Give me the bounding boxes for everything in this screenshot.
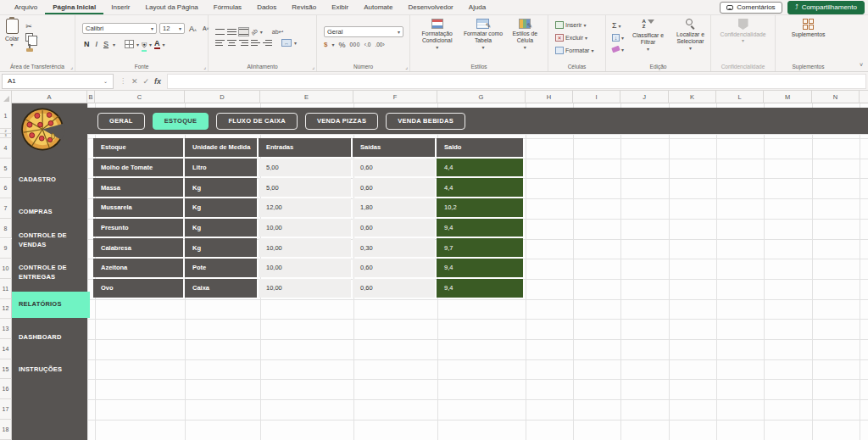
align-right-button[interactable] xyxy=(239,39,248,47)
table-cell[interactable]: Litro xyxy=(185,159,257,177)
sort-filter-button[interactable]: AZ Classificar e Filtrar▾ xyxy=(629,16,667,58)
row-header-12[interactable]: 12 xyxy=(0,299,12,320)
comma-style-icon[interactable]: 000 xyxy=(349,42,359,47)
row-header-6[interactable]: 6 xyxy=(0,178,12,198)
formula-input[interactable] xyxy=(167,74,866,89)
table-cell[interactable]: 10,00 xyxy=(259,219,351,237)
cancel-formula-icon[interactable]: ✕ xyxy=(131,77,138,86)
table-cell[interactable]: 0,60 xyxy=(353,219,435,237)
insert-cells-button[interactable]: Inserir▾ xyxy=(554,20,595,30)
align-left-button[interactable] xyxy=(215,39,225,47)
nav-button-fluxo-de-caixa[interactable]: FLUXO DE CAIXA xyxy=(216,113,298,130)
merge-center-icon[interactable]: ↔ xyxy=(281,39,292,47)
delete-cells-button[interactable]: ✕Excluir▾ xyxy=(554,33,595,42)
align-center-button[interactable] xyxy=(227,39,236,47)
tab-desenvolvedor[interactable]: Desenvolvedor xyxy=(400,0,460,14)
row-header-11[interactable]: 11 xyxy=(0,279,12,299)
row-header-15[interactable]: 15 xyxy=(0,359,12,380)
table-cell[interactable]: 9,7 xyxy=(437,238,523,257)
row-header-18[interactable]: 18 xyxy=(0,420,12,440)
font-name-combo[interactable]: Calibri▾ xyxy=(82,23,157,34)
cell-styles-button[interactable]: Estilos de Célula▾ xyxy=(506,16,544,58)
table-cell[interactable]: Pote xyxy=(185,259,257,277)
column-header-C[interactable]: C xyxy=(95,91,185,103)
column-header-K[interactable]: K xyxy=(669,91,716,103)
bold-button[interactable]: N xyxy=(82,40,92,48)
dialog-launcher-icon[interactable]: ⌟ xyxy=(70,64,73,70)
tab-formulas[interactable]: Fórmulas xyxy=(206,0,249,14)
find-select-button[interactable]: Localizar e Selecionar▾ xyxy=(670,16,710,58)
column-header-J[interactable]: J xyxy=(620,91,669,103)
cut-button[interactable]: ✂ xyxy=(24,22,39,31)
table-cell[interactable]: 10,2 xyxy=(437,198,523,217)
nav-button-estoque[interactable]: ESTOQUE xyxy=(153,113,209,130)
sidebar-item-relatorios[interactable]: RELATÓRIOS xyxy=(12,292,90,318)
row-header-4[interactable]: 4 xyxy=(0,138,12,159)
autosum-button[interactable]: Σ▾ xyxy=(610,21,626,31)
table-cell[interactable]: 4,4 xyxy=(437,159,523,177)
table-cell[interactable]: Calabresa xyxy=(93,238,183,257)
table-cell[interactable]: 0,60 xyxy=(353,259,435,277)
table-header-unidade[interactable]: Unidade de Medida xyxy=(185,138,257,157)
format-cells-button[interactable]: Formatar▾ xyxy=(554,46,595,55)
align-top-button[interactable] xyxy=(215,28,225,36)
table-cell[interactable]: Kg xyxy=(185,178,257,197)
italic-button[interactable]: I xyxy=(94,40,100,48)
table-header-saidas[interactable]: Saídas xyxy=(353,138,435,157)
table-cell[interactable]: 10,00 xyxy=(259,259,351,277)
sidebar-item-dashboard[interactable]: DASHBOARD xyxy=(12,333,87,343)
row-header-1[interactable]: 1 xyxy=(0,103,12,129)
table-cell[interactable]: Kg xyxy=(185,238,257,257)
align-bottom-button[interactable] xyxy=(239,28,248,36)
borders-icon[interactable] xyxy=(125,40,134,48)
column-header-I[interactable]: I xyxy=(573,91,620,103)
enter-formula-icon[interactable]: ✓ xyxy=(143,77,150,86)
collapse-ribbon-icon[interactable]: ˅ xyxy=(860,62,863,68)
sidebar-item-controle-de-vendas[interactable]: CONTROLE DE VENDAS xyxy=(12,231,87,249)
increase-font-button[interactable]: A˄ xyxy=(187,25,198,33)
row-header-10[interactable]: 10 xyxy=(0,259,12,279)
sidebar-item-cadastro[interactable]: CADASTRO xyxy=(12,175,87,185)
column-header-D[interactable]: D xyxy=(185,91,260,103)
table-cell[interactable]: Massa xyxy=(93,178,183,197)
dialog-launcher-icon[interactable]: ⌟ xyxy=(405,64,408,70)
orientation-icon[interactable]: ab xyxy=(250,27,259,36)
table-cell[interactable]: 0,30 xyxy=(353,238,435,257)
row-header-13[interactable]: 13 xyxy=(0,319,12,339)
table-cell[interactable]: 0,60 xyxy=(353,178,435,197)
table-cell[interactable]: 9,4 xyxy=(437,279,523,298)
name-box[interactable]: A1 ⌄ xyxy=(2,74,114,89)
table-header-estoque[interactable]: Estoque xyxy=(93,138,183,157)
table-cell[interactable]: 0,60 xyxy=(353,159,435,177)
tab-arquivo[interactable]: Arquivo xyxy=(7,0,45,14)
sidebar-item-controle-de-entregas[interactable]: CONTROLE DE ENTREGAS xyxy=(12,264,87,281)
nav-button-geral[interactable]: GERAL xyxy=(97,113,145,130)
number-format-combo[interactable]: Geral▾ xyxy=(324,26,403,37)
table-cell[interactable]: Azeitona xyxy=(93,259,183,277)
select-all-corner[interactable] xyxy=(0,91,12,103)
align-middle-button[interactable] xyxy=(227,28,236,36)
table-cell[interactable]: Mussarela xyxy=(93,198,183,217)
table-cell[interactable]: Kg xyxy=(185,198,257,217)
tab-automate[interactable]: Automate xyxy=(356,0,400,14)
table-header-saldo[interactable]: Saldo xyxy=(437,138,523,157)
row-header-14[interactable]: 14 xyxy=(0,339,12,359)
tab-ajuda[interactable]: Ajuda xyxy=(461,0,493,14)
row-header-8[interactable]: 8 xyxy=(0,219,12,239)
column-header-F[interactable]: F xyxy=(353,91,437,103)
fill-color-button[interactable]: ⛨ xyxy=(142,36,147,52)
nav-button-venda-bebidas[interactable]: VENDA BEBIDAS xyxy=(386,113,465,130)
table-cell[interactable]: 5,00 xyxy=(259,178,351,197)
sheet-grid[interactable]: 123456789101112131415161718 GERAL ESTOQU… xyxy=(0,103,868,440)
tab-layout-da-pagina[interactable]: Layout da Página xyxy=(138,0,206,14)
row-header-16[interactable]: 16 xyxy=(0,379,12,399)
font-size-combo[interactable]: 12▾ xyxy=(159,23,185,34)
underline-button[interactable]: S xyxy=(102,40,110,48)
tab-inserir[interactable]: Inserir xyxy=(103,0,137,14)
table-cell[interactable]: 9,4 xyxy=(437,219,523,237)
tab-dados[interactable]: Dados xyxy=(249,0,284,14)
conditional-formatting-button[interactable]: Formatação Condicional▾ xyxy=(414,16,460,58)
column-header-E[interactable]: E xyxy=(260,91,353,103)
paste-button[interactable]: Colar ▾ xyxy=(5,16,19,58)
nav-button-venda-pizzas[interactable]: VENDA PIZZAS xyxy=(305,113,378,130)
